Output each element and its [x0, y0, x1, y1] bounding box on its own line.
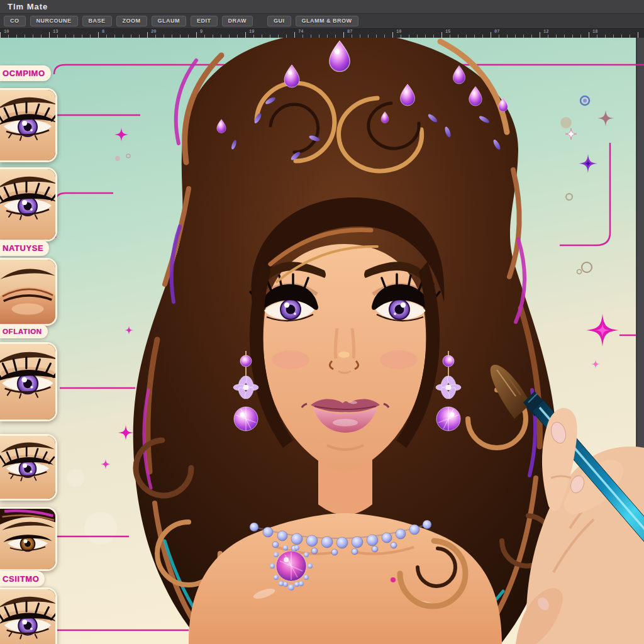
- step-label-text: OCMPIMO: [3, 69, 45, 78]
- ruler-number: 20: [151, 29, 156, 34]
- toolbar-button-edit[interactable]: EDIT: [191, 16, 218, 26]
- brown-eye-thumbnail-6[interactable]: [0, 507, 57, 571]
- image-editor-window: Tlm Mate CO NURCOUNE BASE ZOOM GLAUM EDI…: [0, 0, 644, 644]
- step-label-text: CSIITMO: [3, 574, 39, 584]
- step-label-4: CSIITMO: [0, 571, 45, 587]
- ruler-number: 07: [494, 29, 499, 34]
- ruler-number: 9: [200, 29, 203, 34]
- window-title: Tlm Mate: [8, 2, 48, 11]
- toolbar-button-co[interactable]: CO: [4, 16, 26, 26]
- ruler-number: 15: [445, 29, 450, 34]
- step-label-3: OFLATION: [0, 325, 48, 338]
- ruler-number: 74: [298, 29, 303, 34]
- toolbar-button-nurcoune[interactable]: NURCOUNE: [30, 16, 78, 26]
- ruler-number: 19: [249, 29, 254, 34]
- eyelid-thumbnail-3[interactable]: [0, 258, 57, 326]
- toolbar-button-glamm-brow[interactable]: GLAMM & BROW: [296, 16, 358, 26]
- toolbar: CO NURCOUNE BASE ZOOM GLAUM EDIT DRAW GU…: [0, 14, 644, 29]
- canvas-artwork[interactable]: [0, 38, 644, 644]
- step-label-2: NATUYSE: [0, 240, 49, 256]
- toolbar-button-gui[interactable]: GUI: [267, 16, 291, 26]
- eye-thumbnail-5[interactable]: [0, 434, 57, 501]
- toolbar-button-zoom[interactable]: ZOOM: [116, 16, 147, 26]
- eye-thumbnail-7[interactable]: [0, 587, 57, 644]
- step-label-text: NATUYSE: [3, 243, 43, 253]
- ruler-number: 87: [347, 29, 352, 34]
- horizontal-ruler: 10 13 8 20 9 19 74 87 10 15 07 12 18: [0, 29, 644, 38]
- step-label-text: OFLATION: [3, 328, 42, 335]
- ruler-number: 8: [102, 29, 104, 34]
- titlebar: Tlm Mate: [0, 0, 644, 14]
- eye-thumbnail-4[interactable]: [0, 342, 57, 421]
- ruler-number: 18: [592, 29, 597, 34]
- ruler-number: 10: [4, 29, 9, 34]
- blush-right: [380, 350, 418, 369]
- toolbar-button-glaum[interactable]: GLAUM: [152, 16, 187, 26]
- ruler-number: 12: [543, 29, 548, 34]
- ruler-number: 13: [53, 29, 58, 34]
- eye-thumbnail-1[interactable]: [0, 88, 57, 162]
- blush-left: [272, 350, 309, 369]
- toolbar-button-base[interactable]: BASE: [82, 16, 112, 26]
- ruler-number: 10: [396, 29, 401, 34]
- step-label-1: OCMPIMO: [0, 65, 51, 81]
- eye-thumbnail-2[interactable]: [0, 167, 57, 242]
- toolbar-button-draw[interactable]: DRAW: [222, 16, 253, 26]
